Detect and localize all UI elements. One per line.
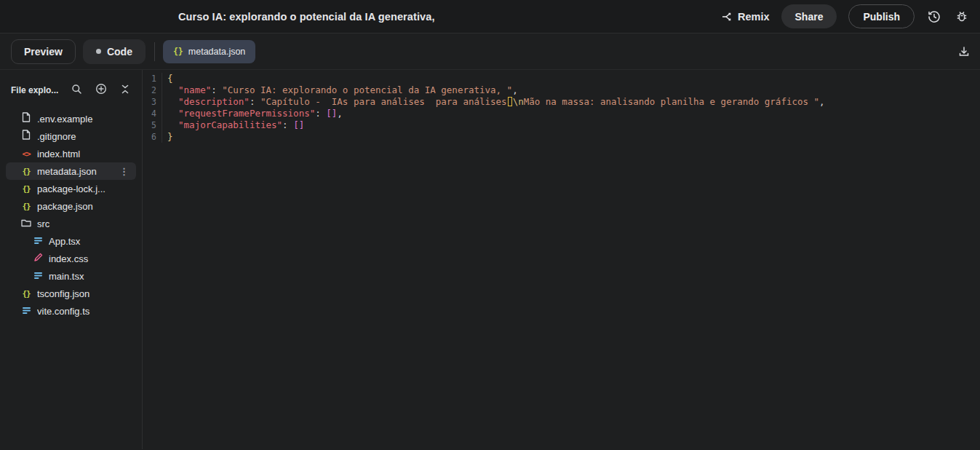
code-line: 3 "description": "Capítulo - IAs para an… (143, 96, 980, 108)
search-button[interactable] (70, 82, 84, 98)
file-name: vite.config.ts (37, 306, 136, 317)
typescript-file-icon (22, 304, 31, 317)
file-row-metadata-json[interactable]: {}metadata.json⋮ (6, 162, 136, 180)
file-name: main.tsx (49, 271, 136, 282)
token-plain: : (211, 84, 222, 95)
file-name: package.json (37, 201, 136, 212)
braces-icon: {} (173, 47, 183, 57)
file-explorer-title: File explo... (11, 85, 58, 95)
json-braces-icon: {} (22, 202, 30, 211)
status-dot-icon (96, 49, 101, 54)
file-name: src (37, 218, 136, 229)
file-row--env-example[interactable]: .env.example (6, 110, 136, 127)
file-name: index.css (49, 253, 136, 264)
file-row--gitignore[interactable]: .gitignore (6, 127, 136, 145)
app-window: Curso IA: explorando o potencial da IA g… (0, 0, 980, 449)
code-line: 5 "majorCapabilities": [] (143, 119, 980, 131)
kebab-menu-icon[interactable]: ⋮ (119, 166, 136, 177)
html-code-icon: <> (22, 149, 30, 159)
css-pencil-icon (33, 252, 43, 265)
collapse-panel-button[interactable] (119, 82, 132, 98)
line-number: 6 (143, 131, 162, 143)
file-name: .gitignore (37, 131, 136, 142)
token-bracket2: [] (326, 108, 337, 119)
line-number: 2 (143, 84, 162, 96)
open-tab-label: metadata.json (188, 47, 246, 57)
add-file-button[interactable] (94, 82, 108, 98)
text-cursor (508, 97, 512, 106)
code-editor[interactable]: 1{2 "name": "Curso IA: explorando o pote… (143, 70, 980, 449)
file-explorer-panel: File explo... (0, 70, 143, 449)
token-plain: : (315, 108, 326, 119)
file-name: package-lock.j... (37, 183, 136, 194)
file-row-package-json[interactable]: {}package.json (6, 197, 136, 215)
token-string: "Capítulo - IAs para análises para análi… (260, 96, 507, 107)
bug-icon (955, 10, 968, 23)
top-bar: Curso IA: explorando o potencial da IA g… (0, 0, 980, 33)
file-row-package-lock-j-[interactable]: {}package-lock.j... (6, 180, 136, 197)
token-string: Mão na massa: analisando planilha e gera… (524, 96, 819, 107)
file-name: metadata.json (37, 166, 119, 177)
token-plain (167, 84, 178, 95)
token-plain: , (819, 96, 825, 107)
remix-button[interactable]: Remix (721, 11, 770, 23)
download-button[interactable] (957, 44, 971, 59)
toolbar-divider (154, 42, 155, 61)
token-plain: , (337, 108, 343, 119)
json-braces-icon: {} (22, 184, 30, 194)
line-number: 3 (143, 96, 162, 108)
file-row-vite-config-ts[interactable]: vite.config.ts (6, 302, 136, 320)
download-icon (958, 46, 970, 58)
fork-icon (721, 11, 733, 23)
code-text: "description": "Capítulo - IAs para anál… (162, 96, 825, 108)
file-row-src[interactable]: src (6, 215, 136, 232)
file-row-index-css[interactable]: index.css (6, 250, 136, 267)
token-plain (167, 96, 178, 107)
code-toggle-button[interactable]: Code (83, 39, 146, 64)
history-button[interactable] (926, 9, 942, 25)
file-row-main-tsx[interactable]: main.tsx (6, 267, 136, 285)
plus-circle-icon (95, 83, 107, 97)
typescript-file-icon (33, 234, 43, 248)
folder-icon (21, 217, 31, 230)
toolbar: Preview Code {} metadata.json (0, 33, 980, 70)
token-key: "name" (178, 84, 211, 95)
collapse-icon (120, 84, 130, 97)
preview-label: Preview (24, 46, 63, 58)
token-bracket2: [] (293, 119, 304, 130)
line-number: 4 (143, 108, 162, 119)
token-plain (167, 119, 178, 130)
tab-metadata-json[interactable]: {} metadata.json (163, 40, 255, 63)
file-row-index-html[interactable]: <>index.html (6, 145, 136, 162)
token-key: "majorCapabilities" (178, 119, 282, 130)
file-name: index.html (37, 149, 136, 159)
code-lines: 1{2 "name": "Curso IA: explorando o pote… (143, 73, 980, 143)
bug-report-button[interactable] (954, 9, 970, 25)
token-plain (167, 108, 178, 119)
code-label: Code (107, 46, 132, 58)
file-icon (22, 112, 31, 125)
code-line: 1{ (143, 73, 980, 84)
file-list: .env.example.gitignore<>index.html{}meta… (0, 106, 142, 320)
file-icon (22, 130, 31, 143)
file-name: App.tsx (49, 236, 136, 247)
code-text: { (162, 73, 173, 84)
token-string: "Curso IA: explorando o potencial da IA … (222, 84, 512, 95)
share-button[interactable]: Share (781, 4, 837, 28)
token-bracket1: } (167, 131, 173, 142)
json-braces-icon: {} (22, 289, 30, 299)
code-text: } (162, 131, 173, 143)
preview-toggle-button[interactable]: Preview (11, 39, 76, 64)
remix-label: Remix (738, 11, 770, 23)
code-line: 4 "requestFramePermissions": [], (143, 108, 980, 119)
file-row-tsconfig-json[interactable]: {}tsconfig.json (6, 285, 136, 302)
token-key: "requestFramePermissions" (178, 108, 315, 119)
file-name: .env.example (37, 114, 136, 125)
publish-button[interactable]: Publish (848, 4, 915, 28)
token-key: "description" (178, 96, 250, 107)
file-row-app-tsx[interactable]: App.tsx (6, 232, 136, 250)
topbar-actions: Remix Share Publish (721, 0, 970, 33)
code-line: 2 "name": "Curso IA: explorando o potenc… (143, 84, 980, 96)
history-icon (928, 10, 941, 23)
token-plain: : (250, 96, 260, 107)
